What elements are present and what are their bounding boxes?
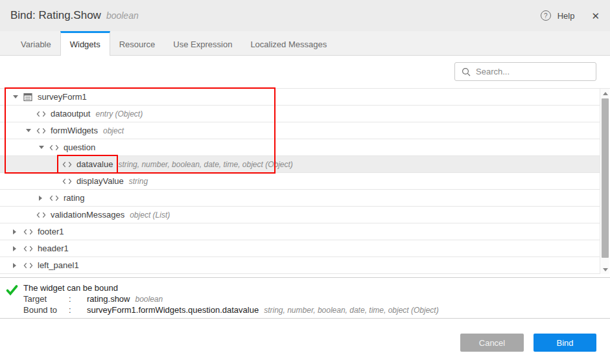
search-icon bbox=[462, 67, 471, 76]
tree-scrollbar[interactable] bbox=[600, 89, 609, 274]
node-type: object bbox=[103, 126, 124, 135]
tree-row-displayvalue[interactable]: displayValue string bbox=[0, 173, 600, 190]
status-target-row: Target : rating.show boolean bbox=[23, 293, 439, 304]
tree-row-validationmessages[interactable]: validationMessages object (List) bbox=[0, 207, 600, 223]
tree-row-left-panel1[interactable]: left_panel1 bbox=[0, 257, 600, 274]
tree-row-formwidgets[interactable]: formWidgets object bbox=[0, 122, 600, 139]
bound-to-type: string, number, boolean, date, time, obj… bbox=[264, 306, 438, 315]
success-check-icon bbox=[0, 282, 23, 318]
status-message: The widget can be bound bbox=[23, 282, 439, 293]
target-label: Target bbox=[23, 294, 69, 304]
bind-dialog: Bind: Rating.Show boolean ? Help ✕ Varia… bbox=[0, 0, 610, 364]
code-icon bbox=[23, 245, 34, 252]
node-type: object (List) bbox=[130, 210, 170, 220]
code-icon bbox=[23, 229, 34, 235]
tree-row-surveyform1[interactable]: surveyForm1 bbox=[0, 89, 600, 106]
code-icon bbox=[49, 195, 60, 201]
target-value: rating.show bbox=[87, 294, 130, 304]
tree-row-header1[interactable]: header1 bbox=[0, 240, 600, 257]
target-type: boolean bbox=[135, 295, 163, 304]
node-label: surveyForm1 bbox=[38, 92, 87, 102]
tree-row-question[interactable]: question bbox=[0, 139, 600, 156]
caret-down-icon[interactable] bbox=[13, 95, 23, 98]
dialog-title-type: boolean bbox=[106, 10, 139, 21]
tree-row-rating[interactable]: rating bbox=[0, 190, 600, 207]
form-icon bbox=[23, 93, 34, 102]
caret-down-icon[interactable] bbox=[26, 129, 36, 132]
node-label: header1 bbox=[38, 244, 69, 253]
code-icon bbox=[36, 128, 47, 134]
widget-tree: surveyForm1 dataoutput entry (Object) fo… bbox=[0, 88, 610, 274]
close-icon[interactable]: ✕ bbox=[591, 11, 600, 21]
caret-down-icon[interactable] bbox=[39, 146, 49, 149]
code-icon bbox=[62, 161, 73, 168]
bind-status-panel: The widget can be bound Target : rating.… bbox=[0, 277, 610, 319]
code-icon bbox=[62, 178, 73, 185]
scrollbar-down-arrow-icon[interactable] bbox=[600, 265, 610, 274]
node-type: entry (Object) bbox=[95, 109, 143, 119]
tab-widgets[interactable]: Widgets bbox=[60, 31, 110, 56]
tab-resource[interactable]: Resource bbox=[110, 31, 165, 55]
node-type: string bbox=[129, 177, 148, 186]
node-label: validationMessages bbox=[51, 210, 124, 220]
tree-row-datavalue[interactable]: datavalue string, number, boolean, date,… bbox=[0, 156, 600, 173]
node-label: datavalue bbox=[76, 159, 113, 169]
bound-to-label: Bound to bbox=[23, 305, 69, 315]
scrollbar-up-arrow-icon[interactable] bbox=[600, 89, 610, 98]
code-icon bbox=[36, 111, 47, 117]
bound-to-value: surveyForm1.formWidgets.question.dataval… bbox=[87, 305, 259, 315]
search-row bbox=[0, 56, 610, 88]
dialog-header: Bind: Rating.Show boolean ? Help ✕ bbox=[0, 0, 610, 31]
tree-row-dataoutput[interactable]: dataoutput entry (Object) bbox=[0, 106, 600, 122]
caret-right-icon[interactable] bbox=[13, 229, 23, 234]
node-label: question bbox=[64, 142, 95, 152]
caret-right-icon[interactable] bbox=[13, 246, 23, 251]
tree-row-footer1[interactable]: footer1 bbox=[0, 223, 600, 240]
tab-use-expression[interactable]: Use Expression bbox=[164, 31, 241, 55]
help-icon[interactable]: ? bbox=[541, 10, 551, 21]
tab-bar: Variable Widgets Resource Use Expression… bbox=[0, 31, 610, 56]
code-icon bbox=[49, 144, 60, 151]
caret-right-icon[interactable] bbox=[39, 196, 49, 201]
dialog-title: Bind: Rating.Show bbox=[10, 9, 101, 22]
node-label: left_panel1 bbox=[38, 260, 79, 270]
node-label: rating bbox=[64, 193, 85, 203]
status-bound-row: Bound to : surveyForm1.formWidgets.quest… bbox=[23, 304, 439, 315]
code-icon bbox=[36, 212, 47, 218]
node-label: dataoutput bbox=[51, 109, 90, 119]
scrollbar-thumb[interactable] bbox=[602, 98, 609, 258]
node-label: footer1 bbox=[38, 227, 64, 236]
node-label: formWidgets bbox=[51, 126, 98, 135]
caret-right-icon[interactable] bbox=[13, 263, 23, 268]
tab-variable[interactable]: Variable bbox=[12, 31, 60, 55]
search-box[interactable] bbox=[454, 62, 596, 81]
help-button[interactable]: Help bbox=[557, 11, 575, 21]
tab-localized-messages[interactable]: Localized Messages bbox=[241, 31, 336, 55]
cancel-button[interactable]: Cancel bbox=[460, 334, 524, 352]
bind-button[interactable]: Bind bbox=[534, 334, 596, 352]
node-type: string, number, boolean, date, time, obj… bbox=[118, 160, 292, 169]
search-input[interactable] bbox=[476, 67, 589, 76]
code-icon bbox=[23, 262, 34, 269]
node-label: displayValue bbox=[76, 176, 124, 186]
